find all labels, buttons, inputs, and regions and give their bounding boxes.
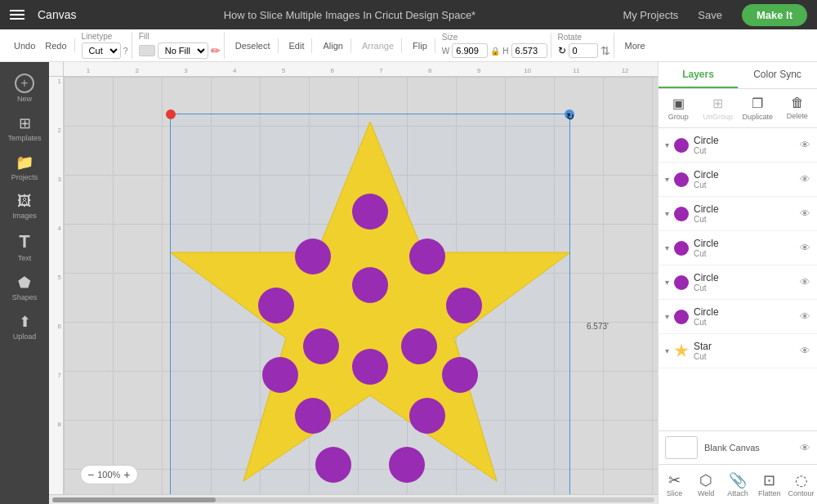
weld-button[interactable]: ⬡ Weld	[690, 468, 722, 501]
contour-label: Contour	[788, 489, 815, 497]
eye-icon[interactable]: 👁	[800, 207, 810, 220]
eye-icon[interactable]: 👁	[800, 139, 810, 151]
eye-icon[interactable]: 👁	[800, 242, 810, 254]
align-button[interactable]: Align	[319, 38, 346, 53]
more-button[interactable]: More	[621, 38, 650, 53]
eye-icon[interactable]: 👁	[800, 276, 810, 288]
layer-item[interactable]: ▾ Circle Cut 👁	[659, 300, 817, 334]
rotate-icon: ↻	[558, 45, 566, 56]
group-action[interactable]: ▣ Group	[659, 92, 699, 124]
canvas[interactable]: ↻ 🔒 6.909' 6.573' − 100% +	[64, 77, 658, 494]
slice-button[interactable]: ✂ Slice	[659, 468, 690, 501]
zoom-in-icon[interactable]: +	[123, 468, 130, 481]
main-layout: + New ⊞ Templates 📁 Projects 🖼 Images T …	[0, 62, 817, 504]
layer-chevron[interactable]: ▾	[665, 243, 669, 252]
layer-item[interactable]: ▾ Circle Cut 👁	[659, 163, 817, 197]
attach-button[interactable]: 📎 Attach	[722, 468, 754, 501]
layer-item[interactable]: ▾ Circle Cut 👁	[659, 265, 817, 300]
duplicate-action[interactable]: ❐ Duplicate	[738, 92, 778, 124]
layer-item[interactable]: ▾ Circle Cut 👁	[659, 231, 817, 265]
layer-chevron[interactable]: ▾	[665, 140, 669, 149]
fill-select[interactable]: No Fill	[158, 42, 208, 59]
blank-canvas-label: Blank Canvas	[704, 443, 793, 453]
flatten-button[interactable]: ⊡ Flatten	[753, 468, 785, 501]
my-projects-link[interactable]: My Projects	[623, 9, 678, 21]
svg-point-10	[352, 349, 388, 385]
rotate-input[interactable]	[569, 43, 598, 58]
layer-chevron[interactable]: ▾	[665, 312, 669, 321]
layer-sublabel: Cut	[694, 181, 795, 190]
layer-name-star: Star	[694, 341, 795, 352]
flip-button[interactable]: Flip	[408, 38, 431, 53]
layer-name: Circle	[694, 135, 795, 146]
sidebar-item-templates[interactable]: ⊞ Templates	[0, 109, 49, 147]
scrollbar-thumb[interactable]	[52, 497, 216, 502]
delete-action[interactable]: 🗑 Delete	[778, 92, 818, 124]
layer-sublabel: Cut	[694, 249, 795, 258]
ungroup-action[interactable]: ⊞ UnGroup	[699, 92, 739, 124]
layers-list: ▾ Circle Cut 👁 ▾ Circle Cut 👁 ▾	[659, 128, 817, 430]
sidebar-item-new[interactable]: + New	[0, 69, 49, 108]
zoom-out-icon[interactable]: −	[87, 468, 94, 481]
layer-chevron[interactable]: ▾	[665, 175, 669, 184]
weld-label: Weld	[698, 489, 714, 497]
svg-point-13	[409, 398, 445, 434]
weld-icon: ⬡	[699, 471, 712, 489]
sidebar-item-shapes[interactable]: ⬟ Shapes	[0, 269, 49, 306]
width-input[interactable]	[452, 43, 488, 58]
pencil-icon[interactable]: ✏	[211, 44, 221, 57]
tab-color-sync[interactable]: Color Sync	[738, 62, 817, 88]
fill-swatch[interactable]	[139, 45, 155, 56]
sidebar-item-projects[interactable]: 📁 Projects	[0, 149, 49, 186]
eye-icon[interactable]: 👁	[800, 310, 810, 323]
hamburger-menu[interactable]	[10, 10, 25, 20]
layer-chevron[interactable]: ▾	[665, 346, 669, 355]
layer-sublabel: Cut	[694, 318, 795, 327]
layer-swatch	[674, 172, 689, 187]
layer-item[interactable]: ▾ Circle Cut 👁	[659, 197, 817, 231]
save-button[interactable]: Save	[691, 6, 729, 25]
arrange-button[interactable]: Arrange	[358, 38, 398, 53]
canvas-label: Canvas	[38, 8, 76, 21]
rotate-arrows[interactable]: ⇅	[600, 44, 610, 57]
redo-button[interactable]: Redo	[41, 38, 70, 53]
eye-icon[interactable]: 👁	[800, 173, 810, 185]
sidebar-item-upload[interactable]: ⬆ Upload	[0, 308, 49, 346]
undo-button[interactable]: Undo	[10, 38, 39, 53]
layer-name: Circle	[694, 272, 795, 283]
zoom-value: 100%	[97, 470, 120, 479]
height-label: H	[502, 47, 508, 56]
tab-layers[interactable]: Layers	[659, 62, 738, 88]
sidebar-item-images[interactable]: 🖼 Images	[0, 188, 49, 225]
linetype-select[interactable]: Cut	[82, 42, 121, 59]
star-shape[interactable]	[170, 114, 570, 494]
make-it-button[interactable]: Make It	[742, 4, 807, 26]
layer-chevron[interactable]: ▾	[665, 278, 669, 287]
svg-point-1	[352, 194, 388, 230]
layer-swatch	[674, 138, 689, 153]
blank-canvas-swatch[interactable]	[665, 436, 698, 459]
scrollbar-track[interactable]	[52, 497, 654, 502]
layer-item[interactable]: ▾ Circle Cut 👁	[659, 128, 817, 163]
sidebar-item-text[interactable]: T Text	[0, 226, 49, 267]
layer-item-star[interactable]: ▾ Star Cut 👁	[659, 334, 817, 368]
sidebar-label-upload: Upload	[13, 332, 37, 341]
svg-point-4	[258, 288, 294, 323]
layer-swatch	[674, 275, 689, 290]
contour-button[interactable]: ◌ Contour	[785, 468, 817, 501]
layer-name: Circle	[694, 306, 795, 318]
edit-button[interactable]: Edit	[285, 38, 309, 53]
eye-icon[interactable]: 👁	[800, 345, 810, 357]
attach-icon: 📎	[729, 471, 747, 489]
fill-label: Fill	[139, 32, 150, 41]
layer-chevron[interactable]: ▾	[665, 209, 669, 218]
deselect-button[interactable]: Deselect	[231, 38, 275, 53]
lock-icon[interactable]: 🔒	[490, 47, 500, 56]
height-input[interactable]	[511, 43, 547, 58]
blank-canvas-eye[interactable]: 👁	[800, 442, 810, 454]
layer-name: Circle	[694, 238, 795, 249]
layer-name: Circle	[694, 203, 795, 215]
svg-point-2	[295, 239, 331, 274]
width-label: W	[442, 47, 449, 56]
horizontal-scrollbar[interactable]	[49, 494, 658, 504]
